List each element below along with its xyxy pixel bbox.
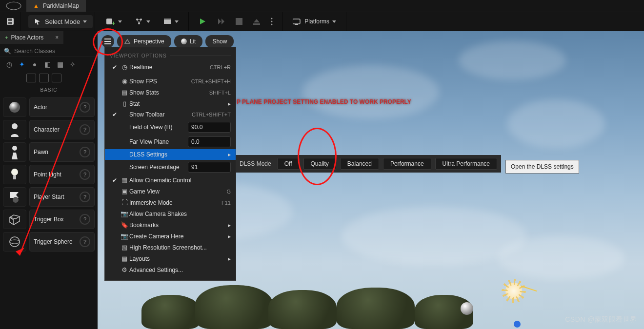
menu-layouts[interactable]: ▤Layouts▸ <box>105 253 236 264</box>
menu-far-plane: Far View Plane <box>105 135 236 149</box>
menu-immersive[interactable]: ⛶Immersive ModeF11 <box>105 197 236 208</box>
skip-button[interactable] <box>214 15 228 28</box>
viewport-options-menu: VIEWPORT OPTIONS ✔◷RealtimeCTRL+R ◉Show … <box>104 47 236 281</box>
svg-rect-14 <box>293 19 300 24</box>
chevron-down-icon <box>118 20 122 23</box>
cinematics-dropdown[interactable] <box>160 14 181 29</box>
screen-pct-input[interactable] <box>188 162 231 173</box>
dlss-mode-label: DLSS Mode <box>240 160 271 167</box>
chevron-down-icon <box>146 20 150 23</box>
menu-camera-shakes[interactable]: 📷Allow Camera Shakes <box>105 208 236 219</box>
menu-screen-percentage: Screen Percentage <box>105 160 236 174</box>
menu-fov: Field of View (H) <box>105 120 236 135</box>
platforms-dropdown[interactable]: Platforms <box>290 15 339 28</box>
menu-hires-screenshot[interactable]: ▧High Resolution Screenshot... <box>105 242 236 253</box>
menu-stat[interactable]: ▯Stat▸ <box>105 98 236 109</box>
menu-bookmarks[interactable]: 🔖Bookmarks▸ <box>105 219 236 231</box>
menu-dlss-settings[interactable]: DLSS Settings▸ <box>105 149 236 160</box>
menu-show-toolbar[interactable]: ✔Show ToolbarCTRL+SHIFT+T <box>105 109 236 120</box>
dlss-submenu: DLSS Mode Off Quality Balanced Performan… <box>236 155 501 173</box>
svg-rect-9 <box>236 18 242 25</box>
level-tab-label: ParkMainMap <box>43 2 79 9</box>
svg-line-24 <box>20 41 102 255</box>
sun-gizmo-icon <box>505 283 522 299</box>
svg-rect-15 <box>295 24 298 25</box>
chevron-down-icon <box>332 20 336 23</box>
fov-input[interactable] <box>188 122 231 133</box>
svg-point-11 <box>271 18 273 19</box>
viewport-warning-text: P PLANE PROJECT SETTING ENABLED TO WORK … <box>237 98 411 105</box>
eject-button[interactable] <box>250 15 263 28</box>
stop-button[interactable] <box>233 15 245 28</box>
flame-icon: ▲ <box>33 2 39 9</box>
trees-background <box>141 290 483 329</box>
menu-realtime[interactable]: ✔◷RealtimeCTRL+R <box>105 61 236 73</box>
unreal-logo[interactable] <box>2 0 25 12</box>
perspective-dropdown[interactable]: Perspective <box>117 35 171 48</box>
platforms-label: Platforms <box>304 18 329 25</box>
blue-gizmo-icon <box>514 321 521 328</box>
sphere-gizmo-icon <box>461 302 473 315</box>
menu-show-fps[interactable]: ◉Show FPSCTRL+SHIFT+H <box>105 76 236 87</box>
lit-dropdown[interactable]: Lit <box>174 35 203 48</box>
annotation-circle-quality <box>298 128 337 185</box>
viewport-options-header: VIEWPORT OPTIONS <box>105 47 236 61</box>
viewport[interactable]: Perspective Lit Show P PLANE PROJECT SET… <box>98 31 644 329</box>
play-button[interactable] <box>196 15 209 28</box>
menu-advanced[interactable]: ⚙Advanced Settings... <box>105 264 236 275</box>
svg-point-12 <box>271 21 273 22</box>
dlss-off-button[interactable]: Off <box>277 158 300 170</box>
svg-rect-10 <box>253 23 260 25</box>
watermark-text: CSDN @蒙双眼看世界 <box>565 315 637 324</box>
dlss-performance-button[interactable]: Performance <box>383 158 431 170</box>
menu-cinematic[interactable]: ✔▦Allow Cinematic Control <box>105 174 236 186</box>
menu-game-view[interactable]: ▣Game ViewG <box>105 186 236 197</box>
play-options-dropdown[interactable] <box>268 15 276 28</box>
blueprints-dropdown[interactable] <box>132 14 153 29</box>
menu-create-camera[interactable]: 📷Create Camera Here▸ <box>105 231 236 242</box>
annotation-arrow <box>5 11 109 256</box>
far-plane-input[interactable] <box>188 136 231 147</box>
svg-point-13 <box>271 24 273 25</box>
dlss-balanced-button[interactable]: Balanced <box>340 158 379 170</box>
svg-rect-8 <box>164 19 171 20</box>
chevron-down-icon <box>175 20 179 23</box>
menu-show-stats[interactable]: ▤Show StatsSHIFT+L <box>105 87 236 98</box>
dlss-ultra-button[interactable]: Ultra Performance <box>435 158 497 170</box>
level-tab[interactable]: ▲ ParkMainMap <box>26 0 86 12</box>
dlss-tooltip: Open the DLSS settings <box>505 160 579 174</box>
show-dropdown[interactable]: Show <box>205 35 234 48</box>
svg-rect-7 <box>164 19 171 24</box>
